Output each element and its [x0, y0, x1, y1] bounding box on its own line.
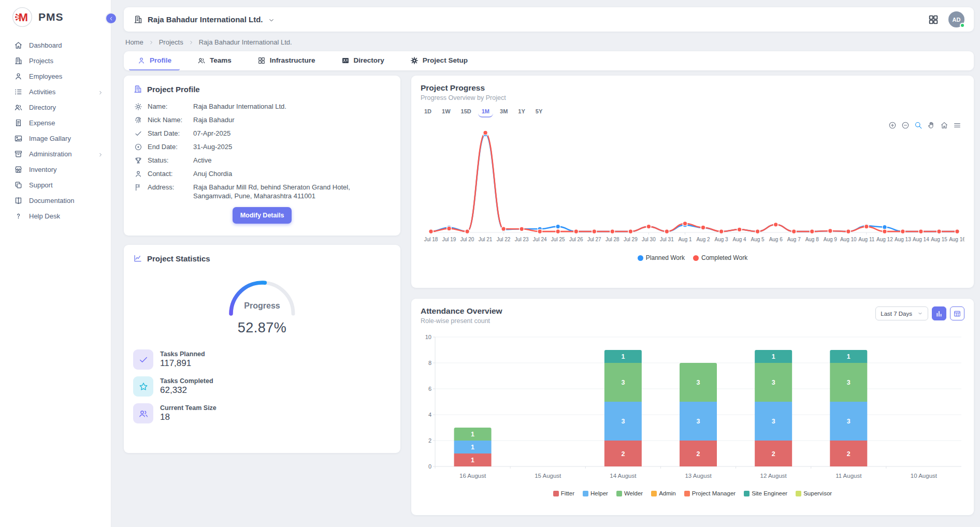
sidebar-menu: DashboardProjectsEmployeesActivitiesDire…: [0, 35, 111, 224]
user-avatar[interactable]: AD: [948, 11, 964, 27]
reset-zoom-button[interactable]: [940, 121, 948, 129]
sidebar-item-dashboard[interactable]: Dashboard: [0, 37, 111, 53]
sidebar-item-image-gallary[interactable]: Image Gallary: [0, 130, 111, 146]
logo[interactable]: M PMS: [0, 0, 111, 35]
svg-text:10 August: 10 August: [911, 473, 938, 479]
legend-admin[interactable]: Admin: [651, 490, 676, 496]
sidebar-item-employees[interactable]: Employees: [0, 68, 111, 84]
sidebar-item-projects[interactable]: Projects: [0, 53, 111, 68]
field-value: 31-Aug-2025: [193, 142, 232, 151]
apps-grid-button[interactable]: [928, 14, 939, 25]
top-header: Raja Bahadur International Ltd. AD: [124, 7, 974, 32]
gauge-arc: Progress: [223, 271, 301, 317]
range-button-15d[interactable]: 15D: [457, 107, 475, 118]
profile-field-row: Contact:Anuj Chordia: [133, 169, 391, 178]
list-icon: [14, 87, 23, 96]
legend-completed-work[interactable]: Completed Work: [693, 254, 747, 261]
building-icon: [133, 14, 143, 24]
zoom-out-button[interactable]: [901, 121, 910, 129]
legend-project-manager[interactable]: Project Manager: [684, 490, 736, 496]
svg-text:1: 1: [471, 457, 474, 464]
user-icon: [137, 56, 146, 65]
selection-zoom-button[interactable]: [914, 121, 923, 129]
breadcrumb-item-0[interactable]: Home: [125, 38, 143, 46]
sidebar-item-activities[interactable]: Activities: [0, 84, 111, 99]
building-icon: [133, 14, 143, 24]
stat-label: Current Team Size: [160, 404, 217, 412]
range-button-5y[interactable]: 5Y: [532, 107, 546, 118]
pan-button[interactable]: [927, 121, 935, 129]
chart-menu-button[interactable]: [953, 121, 961, 129]
sidebar-item-label: Help Desk: [29, 212, 60, 220]
svg-text:13 August: 13 August: [685, 473, 712, 479]
app-name: PMS: [38, 11, 64, 23]
company-selector[interactable]: Raja Bahadur International Ltd.: [133, 14, 275, 24]
stat-value: 117,891: [160, 358, 205, 369]
tab-label: Profile: [150, 56, 171, 64]
chevron-left-icon: [108, 15, 115, 22]
tab-teams[interactable]: Teams: [189, 51, 240, 70]
svg-text:M: M: [19, 11, 28, 24]
sidebar-item-support[interactable]: Support: [0, 177, 111, 193]
breadcrumb-item-1[interactable]: Projects: [159, 38, 183, 46]
stat-value: 18: [160, 412, 217, 422]
sidebar-item-label: Directory: [29, 104, 56, 111]
sidebar: M PMS DashboardProjectsEmployeesActiviti…: [0, 0, 111, 527]
field-value: Raja Bahadur International Ltd.: [193, 102, 286, 111]
sidebar-item-administration[interactable]: Administration: [0, 146, 111, 162]
home-icon: [14, 41, 23, 50]
svg-text:Aug 6: Aug 6: [769, 237, 783, 242]
sidebar-item-label: Image Gallary: [29, 135, 71, 142]
tab-project-setup[interactable]: Project Setup: [402, 51, 476, 70]
tab-infrastructure[interactable]: Infrastructure: [249, 51, 324, 70]
modify-details-button[interactable]: Modify Details: [233, 207, 292, 224]
project-progress-chart: Jul 18Jul 19Jul 20Jul 21Jul 22Jul 23Jul …: [421, 118, 964, 253]
attendance-subtitle: Role-wise present count: [421, 317, 502, 325]
svg-text:1: 1: [772, 353, 775, 360]
store-icon: [14, 165, 23, 174]
sidebar-item-directory[interactable]: Directory: [0, 99, 111, 115]
sidebar-collapse-button[interactable]: [105, 12, 117, 24]
range-button-3m[interactable]: 3M: [496, 107, 511, 118]
tab-directory[interactable]: Directory: [333, 51, 393, 70]
sidebar-item-expense[interactable]: Expense: [0, 115, 111, 130]
main-area: Raja Bahadur International Ltd. AD HomeP…: [111, 0, 980, 527]
tab-label: Project Setup: [423, 56, 468, 64]
profile-field-row: Start Date:07-Apr-2025: [133, 129, 391, 138]
svg-text:1: 1: [471, 444, 474, 451]
legend-planned-work[interactable]: Planned Work: [638, 254, 685, 261]
svg-text:Aug 10: Aug 10: [840, 237, 857, 242]
svg-text:0: 0: [428, 463, 431, 470]
attendance-range-select[interactable]: Last 7 Days: [875, 306, 928, 320]
legend-fitter[interactable]: Fitter: [553, 490, 574, 496]
zoom-in-icon: [888, 121, 897, 129]
legend-supervisor[interactable]: Supervisor: [796, 490, 832, 496]
svg-text:3: 3: [621, 418, 625, 425]
table-view-toggle-button[interactable]: [950, 306, 964, 320]
range-button-1w[interactable]: 1W: [438, 107, 454, 118]
svg-text:Aug 7: Aug 7: [787, 237, 801, 242]
sidebar-item-documentation[interactable]: Documentation: [0, 193, 111, 208]
progress-chart-legend: Planned WorkCompleted Work: [421, 254, 964, 261]
zoom-in-button[interactable]: [888, 121, 897, 129]
chart-view-toggle-button[interactable]: [932, 306, 946, 320]
sidebar-item-inventory[interactable]: Inventory: [0, 162, 111, 177]
range-button-1y[interactable]: 1Y: [514, 107, 528, 118]
field-label: Address:: [148, 183, 193, 191]
svg-text:11 August: 11 August: [835, 473, 862, 479]
tab-label: Directory: [354, 56, 384, 64]
grid4-icon: [257, 56, 266, 65]
range-button-1d[interactable]: 1D: [421, 107, 435, 118]
sidebar-item-label: Dashboard: [29, 41, 62, 49]
legend-site-engineer[interactable]: Site Engineer: [744, 490, 787, 496]
sidebar-item-help-desk[interactable]: Help Desk: [0, 208, 111, 224]
fingerprint-icon: [134, 116, 142, 124]
legend-welder[interactable]: Welder: [616, 490, 643, 496]
legend-helper[interactable]: Helper: [583, 490, 608, 496]
field-value: Active: [193, 156, 211, 165]
chevron-right-icon: [188, 39, 194, 46]
field-label: Name:: [148, 102, 193, 110]
range-button-1m[interactable]: 1M: [478, 107, 493, 118]
tab-profile[interactable]: Profile: [129, 51, 180, 70]
profile-field-row: End Date:31-Aug-2025: [133, 142, 391, 151]
